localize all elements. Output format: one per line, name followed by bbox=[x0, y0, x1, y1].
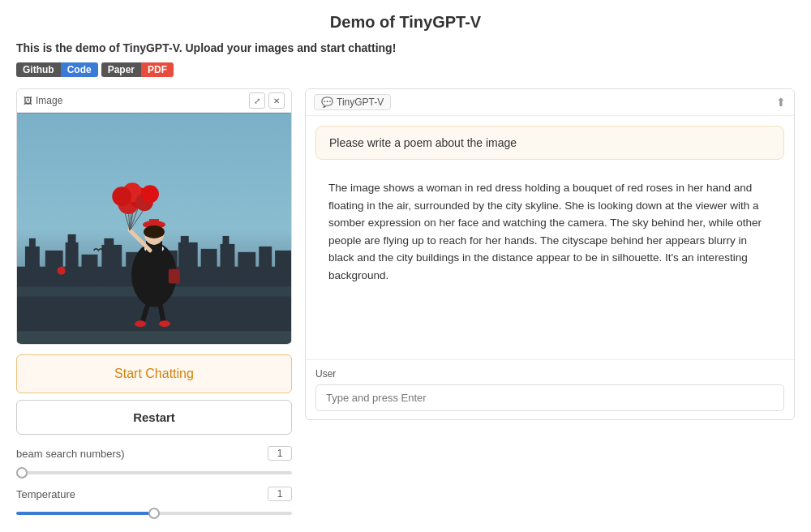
temperature-slider-row: Temperature 1 bbox=[16, 487, 292, 517]
beam-search-label: beam search numbers) bbox=[16, 448, 125, 460]
svg-point-46 bbox=[112, 187, 131, 206]
svg-point-49 bbox=[58, 267, 66, 275]
user-input-section: User bbox=[306, 359, 794, 419]
temperature-value: 1 bbox=[268, 487, 292, 501]
image-toolbar-icons: ⤢ ✕ bbox=[249, 92, 285, 109]
svg-rect-32 bbox=[169, 269, 180, 284]
svg-rect-9 bbox=[104, 238, 114, 247]
subtitle: This is the demo of TinyGPT-V. Upload yo… bbox=[16, 41, 795, 54]
main-content: 🖼 Image ⤢ ✕ bbox=[16, 88, 795, 527]
svg-point-36 bbox=[159, 320, 170, 327]
assistant-message: The image shows a woman in red dress hol… bbox=[315, 169, 784, 294]
temperature-label: Temperature bbox=[16, 488, 75, 500]
image-display bbox=[17, 113, 291, 344]
user-input-label: User bbox=[315, 368, 784, 380]
badge-pdf[interactable]: PDF bbox=[141, 62, 174, 77]
chat-messages: Please write a poem about the image The … bbox=[306, 116, 794, 359]
badge-github[interactable]: Github bbox=[16, 62, 61, 77]
page-title: Demo of TinyGPT-V bbox=[16, 13, 795, 32]
image-label-text: Image bbox=[36, 95, 62, 106]
beam-search-slider-row: beam search numbers) 1 bbox=[16, 446, 292, 477]
chat-icon: 💬 bbox=[321, 97, 333, 108]
temperature-header: Temperature 1 bbox=[16, 487, 292, 501]
badge-code[interactable]: Code bbox=[61, 62, 98, 77]
svg-point-29 bbox=[144, 225, 165, 238]
image-container: 🖼 Image ⤢ ✕ bbox=[16, 88, 292, 345]
chat-toolbar: 💬 TinyGPT-V ⬆ bbox=[306, 89, 794, 116]
chat-tab[interactable]: 💬 TinyGPT-V bbox=[314, 94, 391, 110]
restart-button[interactable]: Restart bbox=[16, 400, 292, 435]
svg-point-35 bbox=[135, 320, 146, 327]
close-image-button[interactable]: ✕ bbox=[268, 92, 285, 109]
svg-rect-28 bbox=[149, 219, 159, 226]
svg-point-48 bbox=[141, 185, 159, 203]
beam-search-value: 1 bbox=[268, 446, 292, 461]
beam-search-input[interactable] bbox=[16, 471, 292, 474]
temperature-input[interactable] bbox=[16, 512, 292, 515]
badge-paper[interactable]: Paper bbox=[101, 62, 141, 77]
slider-section: beam search numbers) 1 Temperature 1 bbox=[16, 446, 292, 517]
image-toolbar: 🖼 Image ⤢ ✕ bbox=[17, 89, 291, 113]
image-label: 🖼 Image bbox=[24, 95, 62, 106]
image-icon: 🖼 bbox=[24, 96, 32, 105]
user-message: Please write a poem about the image bbox=[315, 126, 784, 160]
svg-rect-6 bbox=[68, 234, 76, 244]
expand-button[interactable]: ⤢ bbox=[249, 92, 265, 109]
svg-rect-17 bbox=[223, 236, 230, 246]
chat-tab-label: TinyGPT-V bbox=[337, 97, 384, 108]
badge-row: Github Code Paper PDF bbox=[16, 62, 795, 77]
beam-search-header: beam search numbers) 1 bbox=[16, 446, 292, 461]
start-chatting-button[interactable]: Start Chatting bbox=[16, 354, 292, 393]
right-panel: 💬 TinyGPT-V ⬆ Please write a poem about … bbox=[305, 88, 795, 420]
share-icon[interactable]: ⬆ bbox=[776, 96, 786, 109]
left-panel: 🖼 Image ⤢ ✕ bbox=[16, 88, 292, 527]
user-input[interactable] bbox=[315, 384, 784, 411]
svg-rect-3 bbox=[29, 238, 36, 248]
svg-rect-14 bbox=[181, 236, 189, 244]
svg-rect-50 bbox=[17, 331, 291, 343]
